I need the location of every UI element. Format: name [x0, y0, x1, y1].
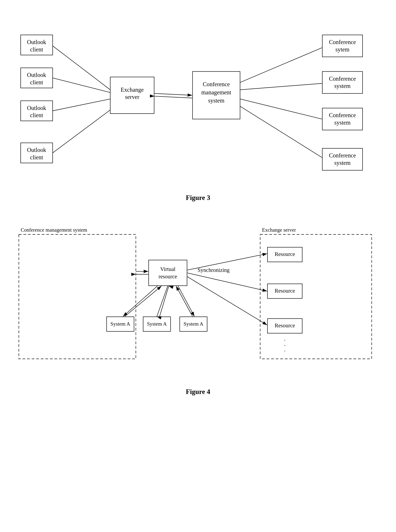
svg-line-34 — [53, 110, 111, 153]
svg-text:Conference management system: Conference management system — [21, 227, 87, 233]
figure4-svg: Conference management system Exchange se… — [15, 213, 381, 384]
svg-text:Conference: Conference — [329, 152, 356, 159]
svg-line-33 — [53, 99, 111, 111]
svg-text:client: client — [30, 112, 43, 118]
figure3-label: Figure 3 — [15, 194, 381, 202]
svg-text:system: system — [208, 97, 224, 104]
svg-rect-53 — [149, 260, 187, 286]
svg-line-80 — [160, 286, 169, 316]
svg-text:Exchange server: Exchange server — [262, 227, 296, 233]
svg-rect-25 — [322, 108, 363, 130]
svg-line-32 — [53, 78, 111, 92]
svg-text:server: server — [125, 94, 139, 100]
svg-text:Outlook: Outlook — [27, 147, 46, 154]
figure3-svg: Outlook client Outlook client Outlook cl… — [15, 19, 381, 190]
figure3-diagram: Outlook client Outlook client Outlook cl… — [15, 19, 381, 190]
svg-text:Conference: Conference — [329, 39, 356, 45]
svg-text:system: system — [334, 83, 351, 89]
svg-text:Conference: Conference — [329, 76, 356, 82]
svg-text:Conference: Conference — [203, 81, 230, 88]
svg-line-75 — [187, 273, 267, 291]
svg-rect-22 — [322, 71, 363, 94]
svg-text:Conference: Conference — [329, 112, 356, 118]
svg-text:Resource: Resource — [274, 288, 295, 294]
svg-text:Resource: Resource — [274, 322, 295, 328]
svg-line-37 — [154, 93, 192, 95]
svg-line-41 — [240, 99, 322, 119]
svg-text:resource: resource — [159, 273, 177, 279]
page: Outlook client Outlook client Outlook cl… — [0, 0, 396, 532]
svg-line-38 — [154, 96, 192, 98]
svg-text:client: client — [30, 79, 43, 86]
figure4-label: Figure 4 — [15, 388, 381, 396]
svg-text:Outlook: Outlook — [27, 72, 46, 78]
svg-text:management: management — [201, 89, 231, 96]
svg-text:System A: System A — [147, 321, 167, 327]
svg-text:sytem: sytem — [335, 46, 349, 53]
svg-text:system: system — [334, 160, 351, 166]
svg-text:client: client — [30, 154, 43, 161]
figure4-diagram: Conference management system Exchange se… — [15, 213, 381, 384]
svg-line-39 — [240, 48, 322, 83]
svg-rect-49 — [19, 235, 136, 359]
svg-text:System A: System A — [111, 321, 130, 327]
svg-text:Synchronizing: Synchronizing — [198, 267, 230, 273]
svg-rect-28 — [322, 148, 363, 170]
svg-line-40 — [240, 83, 322, 90]
svg-text:Resource: Resource — [274, 251, 295, 257]
svg-text:Exchange: Exchange — [121, 87, 144, 93]
svg-text:System A: System A — [183, 321, 204, 327]
svg-rect-19 — [322, 35, 363, 57]
svg-line-82 — [176, 286, 192, 316]
svg-line-79 — [157, 286, 168, 317]
svg-text:system: system — [334, 119, 351, 126]
svg-text:Outlook: Outlook — [27, 39, 46, 45]
svg-text:client: client — [30, 46, 43, 53]
svg-text:.: . — [284, 346, 285, 353]
svg-line-31 — [53, 46, 111, 90]
svg-text:Outlook: Outlook — [27, 105, 46, 111]
svg-text:Virtual: Virtual — [160, 266, 175, 272]
svg-line-81 — [178, 286, 194, 317]
svg-line-42 — [240, 106, 322, 158]
